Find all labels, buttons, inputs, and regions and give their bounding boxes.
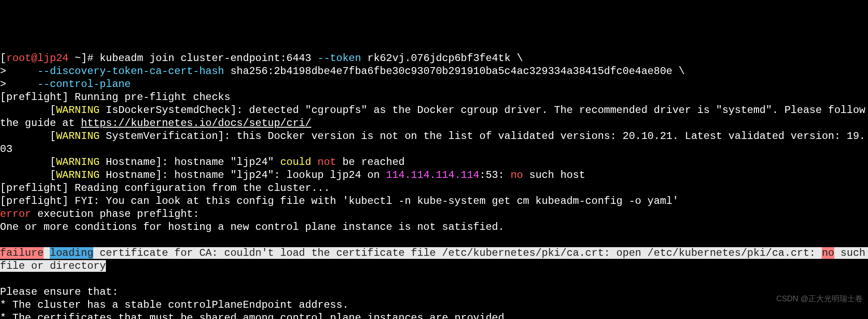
error-word: error	[0, 208, 31, 220]
ensure-bullet-2: * The certificates that must be shared a…	[0, 312, 511, 319]
failure-word: failure	[0, 247, 44, 259]
flag-discovery-hash: --discovery-token-ca-cert-hash	[37, 65, 224, 77]
dns-ip: 114.114.114.114	[386, 169, 479, 181]
error-exec-phase: error execution phase preflight:	[0, 208, 205, 220]
flag-control-plane: --control-plane	[37, 78, 131, 90]
preflight-run: [preflight] Running pre-flight checks	[0, 91, 230, 103]
warning-docker-systemd: [WARNING IsDockerSystemdCheck]: detected…	[0, 104, 868, 129]
error-conditions: One or more conditions for hosting a new…	[0, 221, 504, 233]
warning-tag: WARNING	[56, 104, 100, 116]
cri-docs-link[interactable]: https://kubernetes.io/docs/setup/cri/	[81, 117, 311, 129]
user-host: root@ljp24	[6, 52, 68, 64]
loading-word: loading	[50, 247, 93, 259]
warning-system-verification: [WARNING SystemVerification]: this Docke…	[0, 130, 865, 155]
preflight-fyi: [preflight] FYI: You can look at this co…	[0, 195, 679, 207]
terminal-output: [root@ljp24 ~]# kubeadm join cluster-end…	[0, 52, 868, 319]
flag-token: --token	[318, 52, 361, 64]
csdn-watermark: CSDN @正大光明瑞士卷	[776, 294, 863, 304]
warning-tag: WARNING	[56, 169, 100, 181]
warning-hostname-lookup: [WARNING Hostname]: hostname "ljp24": lo…	[0, 169, 585, 181]
continuation-line-1: > --discovery-token-ca-cert-hash sha256:…	[0, 65, 685, 77]
preflight-read-config: [preflight] Reading configuration from t…	[0, 182, 330, 194]
continuation-line-2: > --control-plane	[0, 78, 131, 90]
no-word: no	[822, 247, 834, 259]
warning-tag: WARNING	[56, 156, 100, 168]
failure-highlight-line: failure loading certificate for CA: coul…	[0, 247, 868, 272]
ensure-bullet-1: * The cluster has a stable controlPlaneE…	[0, 299, 349, 311]
warning-hostname-reach: [WARNING Hostname]: hostname "ljp24" cou…	[0, 156, 405, 168]
warning-tag: WARNING	[56, 130, 100, 142]
prompt-line: [root@ljp24 ~]# kubeadm join cluster-end…	[0, 52, 523, 64]
ensure-heading: Please ensure that:	[0, 286, 118, 298]
